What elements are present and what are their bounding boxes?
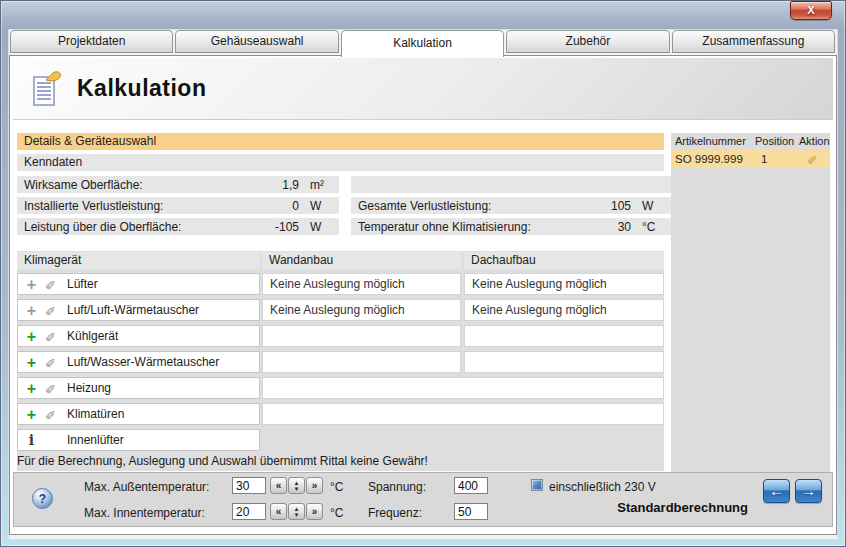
kenndaten-row: Wirksame Oberfläche: 1,9 m² <box>17 176 664 193</box>
indoor-temp-input[interactable] <box>232 503 266 520</box>
edit-pencil-icon[interactable]: ✎ <box>43 407 58 422</box>
voltage-label: Spannung: <box>368 480 426 494</box>
tab-gehaeuseauswahl[interactable]: Gehäuseauswahl <box>175 30 338 53</box>
device-name: Klimatüren <box>67 407 124 421</box>
field-value: -105 <box>257 220 299 234</box>
indoor-temp-spinner: « ▲▼ » <box>270 503 323 520</box>
add-icon[interactable]: + <box>24 381 39 396</box>
field-label: Installierte Verlustleistung: <box>24 199 257 213</box>
tab-bar: Projektdaten Gehäuseauswahl Kalkulation … <box>10 30 835 57</box>
field-unit: °C <box>642 220 666 234</box>
article-panel: Artikelnummer Position Aktion SO 9999.99… <box>671 133 830 473</box>
kenndaten-section-header: Kenndaten <box>17 154 664 171</box>
device-cell: + ✎ Heizung <box>17 377 260 399</box>
device-cell: i Innenlüfter <box>17 429 260 451</box>
column-header-aktion: Aktion <box>799 133 830 150</box>
max-button[interactable]: » <box>306 503 323 520</box>
add-icon[interactable]: + <box>24 355 39 370</box>
content-panel: Kalkulation Details & Geräteauswahl Kenn… <box>9 55 837 535</box>
device-name: Heizung <box>67 381 111 395</box>
device-cell: + ✎ Klimatüren <box>17 403 260 425</box>
info-icon[interactable]: i <box>24 432 39 448</box>
combined-result-cell <box>262 377 664 399</box>
field-unit: W <box>310 199 334 213</box>
min-button[interactable]: « <box>270 503 287 520</box>
edit-pencil-icon[interactable]: ✎ <box>43 303 58 318</box>
column-header-dachaufbau: Dachaufbau <box>464 252 664 269</box>
device-cell: + ✎ Luft/Wasser-Wärmetauscher <box>17 351 260 373</box>
field-value: 0 <box>257 199 299 213</box>
dachaufbau-result-cell: Keine Auslegung möglich <box>464 273 664 295</box>
step-up-down-button[interactable]: ▲▼ <box>288 503 305 520</box>
artikelnummer-value: SO 9999.999 <box>671 150 755 168</box>
tab-projektdaten[interactable]: Projektdaten <box>10 30 173 53</box>
field-unit: m² <box>310 178 334 192</box>
nav-forward-button[interactable]: → <box>795 479 822 503</box>
page-header: Kalkulation <box>13 58 833 120</box>
field-value: 30 <box>589 220 631 234</box>
outdoor-temp-label: Max. Außentemperatur: <box>84 480 209 494</box>
field-unit: W <box>642 199 666 213</box>
field-label: Temperatur ohne Klimatisierung: <box>358 220 589 234</box>
outdoor-temp-input[interactable] <box>232 477 266 494</box>
add-icon[interactable]: + <box>24 303 39 318</box>
field-unit: W <box>310 220 334 234</box>
device-name: Luft/Wasser-Wärmetauscher <box>67 355 219 369</box>
edit-pencil-icon[interactable]: ✎ <box>43 277 58 292</box>
edit-pencil-icon[interactable]: ✎ <box>43 355 58 370</box>
page-title: Kalkulation <box>77 75 206 102</box>
outdoor-temp-unit: °C <box>330 480 343 494</box>
indoor-temp-label: Max. Innentemperatur: <box>84 506 205 520</box>
disclaimer-text: Für die Berechnung, Auslegung und Auswah… <box>17 454 428 468</box>
field-value: 1,9 <box>257 178 299 192</box>
column-header-position: Position <box>755 133 799 150</box>
outdoor-temp-spinner: « ▲▼ » <box>270 477 323 494</box>
details-section-header: Details & Geräteauswahl <box>17 133 664 150</box>
wandanbau-result-cell: Keine Auslegung möglich <box>262 273 461 295</box>
device-name: Luft/Luft-Wärmetauscher <box>67 303 199 317</box>
tab-zubehoer[interactable]: Zubehör <box>506 30 669 53</box>
field-value: 105 <box>589 199 631 213</box>
voltage-input[interactable] <box>454 477 488 494</box>
help-icon[interactable]: ? <box>32 488 53 509</box>
article-row[interactable]: SO 9999.999 1 ✎ <box>671 150 830 168</box>
nav-back-button[interactable]: ← <box>763 479 790 503</box>
wandanbau-result-cell: Keine Auslegung möglich <box>262 299 461 321</box>
device-name: Lüfter <box>67 277 98 291</box>
kenndaten-row: Leistung über die Oberfläche: -105 W Tem… <box>17 218 664 235</box>
include-230v-checkbox[interactable] <box>531 479 543 491</box>
device-name: Innenlüfter <box>67 433 124 447</box>
app-window: X Projektdaten Gehäuseauswahl Kalkulatio… <box>0 0 846 547</box>
max-button[interactable]: » <box>306 477 323 494</box>
edit-article-pencil-icon[interactable]: ✎ <box>805 150 820 168</box>
combined-result-cell <box>262 403 664 425</box>
article-table-header: Artikelnummer Position Aktion <box>671 133 830 150</box>
device-cell: + ✎ Kühlgerät <box>17 325 260 347</box>
min-button[interactable]: « <box>270 477 287 494</box>
dachaufbau-result-cell <box>464 351 664 373</box>
dachaufbau-result-cell: Keine Auslegung möglich <box>464 299 664 321</box>
indoor-temp-unit: °C <box>330 506 343 520</box>
app-body: Projektdaten Gehäuseauswahl Kalkulation … <box>8 29 838 540</box>
column-header-wandanbau: Wandanbau <box>262 252 461 269</box>
wandanbau-result-cell <box>262 351 461 373</box>
titlebar: X <box>0 0 846 29</box>
edit-pencil-icon[interactable]: ✎ <box>43 329 58 344</box>
empty-field-bar <box>351 176 671 193</box>
frequency-label: Frequenz: <box>368 506 422 520</box>
add-icon[interactable]: + <box>24 329 39 344</box>
column-header-artikelnummer: Artikelnummer <box>671 133 755 150</box>
edit-pencil-icon[interactable]: ✎ <box>43 381 58 396</box>
position-value: 1 <box>755 150 799 168</box>
step-up-down-button[interactable]: ▲▼ <box>288 477 305 494</box>
tab-kalkulation[interactable]: Kalkulation <box>341 30 504 57</box>
add-icon[interactable]: + <box>24 407 39 422</box>
tab-zusammenfassung[interactable]: Zusammenfassung <box>672 30 835 53</box>
close-button[interactable]: X <box>790 1 832 20</box>
field-label: Gesamte Verlustleistung: <box>358 199 589 213</box>
temperatur-ohne-klimatisierung-field: Temperatur ohne Klimatisierung: 30 °C <box>351 218 671 235</box>
frequency-input[interactable] <box>454 503 488 520</box>
footer-bar: ? Max. Außentemperatur: « ▲▼ » °C Max. I… <box>13 472 833 527</box>
add-icon[interactable]: + <box>24 277 39 292</box>
dachaufbau-result-cell <box>464 325 664 347</box>
